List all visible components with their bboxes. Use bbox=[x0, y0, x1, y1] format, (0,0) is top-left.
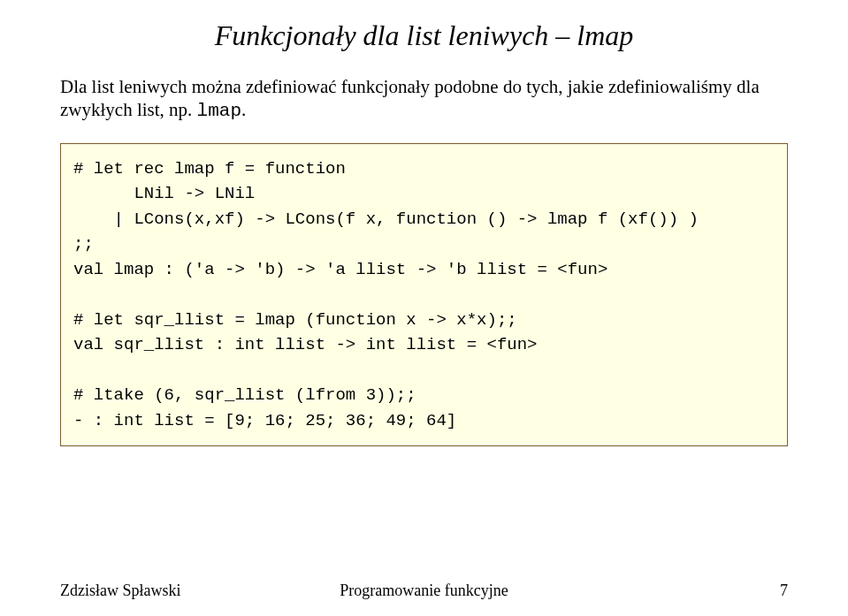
intro-text-post: . bbox=[241, 99, 246, 120]
code-block: # let rec lmap f = function LNil -> LNil… bbox=[60, 143, 788, 447]
page: Funkcjonały dla list leniwych – lmap Dla… bbox=[0, 0, 848, 616]
intro-paragraph: Dla list leniwych można zdefiniować funk… bbox=[60, 75, 788, 124]
footer-author: Zdzisław Spławski bbox=[60, 582, 181, 600]
footer: Zdzisław Spławski Programowanie funkcyjn… bbox=[60, 582, 788, 600]
intro-code-inline: lmap bbox=[197, 101, 241, 121]
intro-text: Dla list leniwych można zdefiniować funk… bbox=[60, 76, 760, 120]
page-title: Funkcjonały dla list leniwych – lmap bbox=[60, 19, 788, 52]
footer-page-number: 7 bbox=[780, 582, 788, 600]
